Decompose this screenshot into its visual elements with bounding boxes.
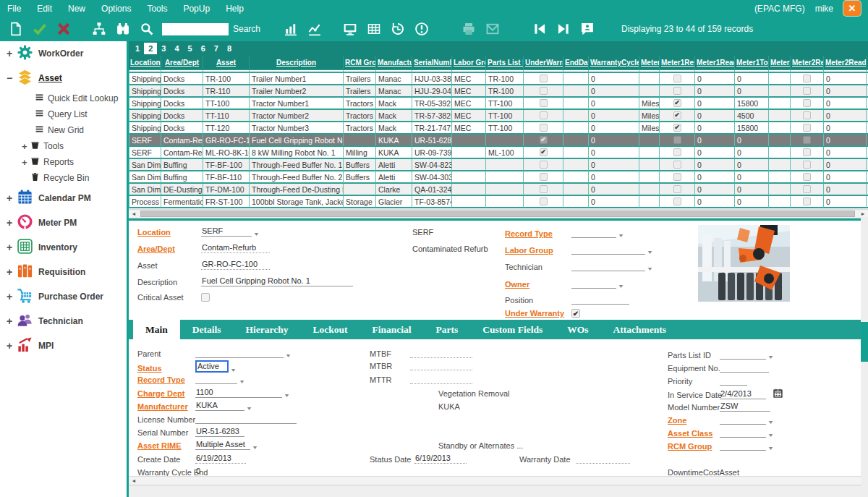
grid-page-8[interactable]: 8 <box>223 43 236 54</box>
grid-checkbox[interactable] <box>540 173 548 181</box>
last-record-button[interactable] <box>555 20 572 38</box>
chevron-down-icon[interactable]: ▼ <box>618 284 624 289</box>
grid-checkbox[interactable] <box>803 173 811 181</box>
input-mtbr[interactable] <box>410 360 472 370</box>
grid-page-5[interactable]: 5 <box>184 43 197 54</box>
input-in-service-date[interactable]: 2/4/2013 <box>720 389 766 399</box>
expander-icon[interactable]: + <box>7 192 17 204</box>
grid-checkbox[interactable] <box>540 185 548 193</box>
magnifier-button[interactable] <box>138 20 156 38</box>
printer-button[interactable] <box>460 20 477 38</box>
tab-wos[interactable]: WOs <box>555 320 600 339</box>
input-equipment-no[interactable] <box>720 362 769 373</box>
dropdown-record-type2[interactable] <box>195 374 237 384</box>
grid-row[interactable]: ProcessFermentationFR-ST-100100bbl Stora… <box>129 196 868 208</box>
expander-icon[interactable]: + <box>7 266 17 278</box>
dropdown-manufacturer[interactable]: KUKA <box>195 401 244 411</box>
grid-page-3[interactable]: 3 <box>157 43 170 54</box>
grid-checkbox[interactable] <box>540 87 548 95</box>
dropdown-technician[interactable] <box>571 261 645 271</box>
tab-lockout[interactable]: Lockout <box>301 320 360 339</box>
field-label-under-warranty[interactable]: Under Warranty <box>505 309 571 318</box>
monitor-button[interactable] <box>341 20 359 38</box>
dropdown-asset-class[interactable] <box>720 428 766 438</box>
input-asset[interactable]: GR-RO-FC-100 <box>201 260 270 270</box>
expander-icon[interactable]: + <box>7 242 17 253</box>
grid-row[interactable]: ShippingDocksTR-100Trailer Number1Traile… <box>129 73 868 85</box>
field-label-manufacturer[interactable]: Manufacturer <box>137 402 195 411</box>
menu-item-help[interactable]: Help <box>226 4 244 14</box>
column-header-parts-list-id[interactable]: Parts List ID <box>486 56 524 70</box>
grid-checkbox[interactable] <box>540 161 548 169</box>
first-record-button[interactable] <box>531 20 548 38</box>
dropdown-location[interactable]: SERF <box>201 226 252 237</box>
dropdown-rcm-group[interactable] <box>720 441 766 451</box>
sidebar-item-mpi[interactable]: +MPI <box>0 334 127 358</box>
tab-parts[interactable]: Parts <box>424 320 471 339</box>
new-document-button[interactable] <box>7 20 25 38</box>
delete-x-button[interactable] <box>55 20 72 38</box>
input-warranty-date[interactable] <box>576 454 630 464</box>
grid-checkbox[interactable] <box>803 87 811 95</box>
sidebar-item-purchase-order[interactable]: +Purchase Order <box>0 284 127 309</box>
grid-page-2[interactable]: 2 <box>144 43 157 54</box>
tab-main[interactable]: Main <box>133 320 180 339</box>
dropdown-charge-dept[interactable]: 1100 <box>195 388 282 398</box>
grid-page-1[interactable]: 1 <box>131 43 144 54</box>
input-mttr[interactable] <box>410 374 472 384</box>
sidebar-item-workorder[interactable]: +WorkOrder <box>0 41 127 66</box>
field-label-status[interactable]: Status <box>137 364 195 373</box>
column-header-warrantycycleend[interactable]: WarrantyCycleEnd <box>589 56 639 70</box>
input-description[interactable]: Fuel Cell Gripping Robot No. 1 <box>201 276 353 286</box>
sidebar-item-meter-pm[interactable]: +Meter PM <box>0 211 127 235</box>
bar-chart-button[interactable] <box>282 20 299 38</box>
chevron-down-icon[interactable]: ▼ <box>239 379 245 384</box>
field-label-record-type2[interactable]: Record Type <box>137 375 195 384</box>
grid-checkbox[interactable]: ✔ <box>673 124 681 132</box>
dropdown-labor-group[interactable] <box>571 245 645 255</box>
expander-icon[interactable]: + <box>7 340 17 352</box>
grid-page-4[interactable]: 4 <box>170 43 183 54</box>
calendar-small-icon[interactable] <box>773 388 783 399</box>
expander-icon[interactable]: + <box>7 315 17 327</box>
grid-checkbox[interactable]: ✔ <box>540 148 548 156</box>
chevron-down-icon[interactable]: ▼ <box>767 433 774 438</box>
grid-checkbox[interactable] <box>673 185 681 193</box>
sidebar-item-technician[interactable]: +Technician <box>0 309 127 334</box>
column-header-location[interactable]: Location <box>129 56 161 70</box>
grid-checkbox[interactable] <box>673 148 681 156</box>
field-label-record-type[interactable]: Record Type <box>505 229 571 238</box>
grid-checkbox[interactable] <box>803 161 811 169</box>
field-label-asset-class[interactable]: Asset Class <box>668 429 720 438</box>
grid-row[interactable]: San Dimas1BuffingTF-BF-100Through-Feed B… <box>129 159 868 171</box>
dropdown-parent[interactable] <box>195 348 284 358</box>
form-scroll-thumb[interactable] <box>861 322 868 362</box>
grid-checkbox[interactable] <box>803 136 811 144</box>
expander-icon[interactable]: + <box>22 141 30 152</box>
scroll-left-arrow-icon[interactable]: ◄ <box>129 477 139 485</box>
grid-checkbox[interactable] <box>540 111 548 119</box>
column-header-rcm-group[interactable]: RCM Group <box>344 56 376 70</box>
chevron-down-icon[interactable]: ▼ <box>767 354 774 360</box>
grid-checkbox[interactable] <box>803 185 811 193</box>
column-header-meter2[interactable]: Meter2 <box>769 56 791 70</box>
tab-financial[interactable]: Financial <box>360 320 424 339</box>
field-label-charge-dept[interactable]: Charge Dept <box>137 389 195 398</box>
column-header-area-dept[interactable]: Area/Dept <box>161 56 203 70</box>
expander-icon[interactable]: + <box>7 48 17 59</box>
grid-checkbox[interactable] <box>803 148 811 156</box>
expander-icon[interactable]: − <box>7 72 17 84</box>
menu-item-file[interactable]: File <box>7 4 21 14</box>
form-vertical-scrollbar[interactable] <box>861 217 868 497</box>
menu-item-tools[interactable]: Tools <box>147 4 167 14</box>
dropdown-record-type[interactable] <box>571 228 616 238</box>
input-serial-number[interactable]: UR-51-6283 <box>195 427 244 437</box>
grid-checkbox[interactable]: ✔ <box>540 136 548 144</box>
form-horizontal-scrollbar[interactable]: ◄ ► <box>129 476 868 485</box>
grid-row[interactable]: ShippingDocksTT-120Tractor Number3Tracto… <box>129 122 868 135</box>
chevron-down-icon[interactable]: ▼ <box>647 266 653 271</box>
grid-row[interactable]: SERFContam-RefurbGR-RO-FC-100Fuel Cell G… <box>129 135 868 147</box>
grid-checkbox[interactable] <box>803 99 811 107</box>
dropdown-asset-rime[interactable]: Multiple Asset <box>195 440 250 450</box>
dropdown-owner[interactable] <box>571 279 616 289</box>
